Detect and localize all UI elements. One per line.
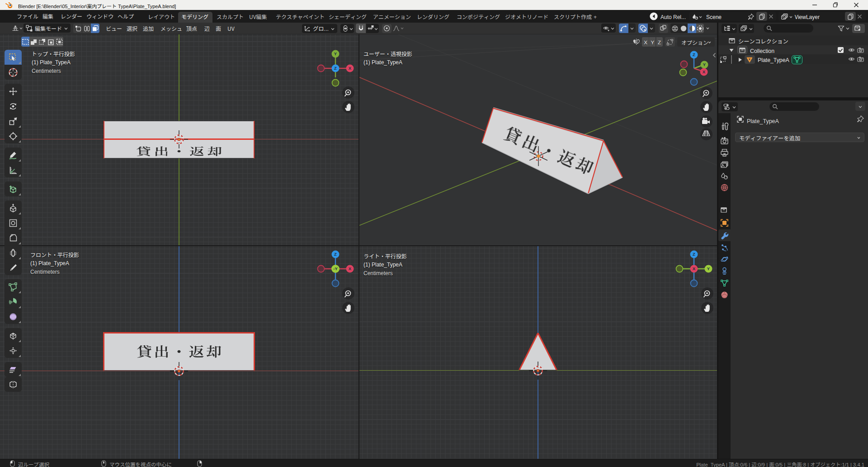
svg-text:-Y: -Y bbox=[333, 266, 338, 271]
svg-text:X: X bbox=[693, 266, 696, 271]
svg-text:X: X bbox=[703, 69, 706, 74]
svg-text:X: X bbox=[349, 266, 352, 271]
svg-text:Y: Y bbox=[707, 266, 710, 271]
svg-text:Y: Y bbox=[703, 62, 706, 67]
svg-text:Z: Z bbox=[334, 252, 337, 257]
svg-text:Z: Z bbox=[693, 52, 695, 57]
svg-text:X: X bbox=[349, 66, 352, 71]
svg-text:Y: Y bbox=[334, 51, 337, 56]
svg-text:Z: Z bbox=[334, 66, 337, 71]
svg-text:Z: Z bbox=[693, 252, 695, 257]
